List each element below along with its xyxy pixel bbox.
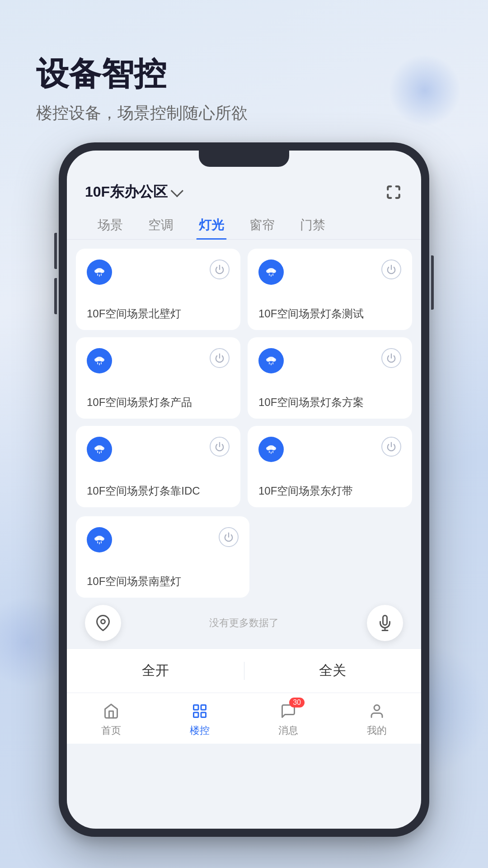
device-grid: 10F空间场景北壁灯 [67, 240, 421, 516]
device-name: 10F空间场景北壁灯 [87, 306, 230, 321]
nav-label-message: 消息 [278, 724, 298, 737]
svg-point-8 [266, 269, 271, 273]
svg-point-2 [100, 269, 104, 273]
svg-rect-40 [272, 451, 273, 453]
all-on-button[interactable]: 全开 [67, 649, 244, 693]
device-name: 10F空间场景灯条靠IDC [87, 483, 230, 499]
bottom-nav: 首页 楼控 [67, 693, 421, 744]
svg-rect-26 [272, 362, 273, 364]
home-icon [101, 701, 121, 721]
device-card[interactable]: 10F空间场景南壁灯 [76, 516, 249, 598]
device-card[interactable]: 10F空间场景灯条方案 [248, 337, 412, 419]
app-content: 10F东办公区 场景 空调 [67, 151, 421, 829]
tab-scene[interactable]: 场景 [85, 211, 136, 239]
device-card[interactable]: 10F空间场景灯条靠IDC [76, 426, 240, 507]
page-subtitle: 楼控设备，场景控制随心所欲 [36, 102, 452, 124]
device-icon [258, 259, 284, 285]
fullscreen-button[interactable] [384, 183, 403, 202]
svg-rect-54 [201, 712, 206, 717]
top-bar: 10F东办公区 [67, 173, 421, 207]
svg-point-9 [272, 269, 276, 273]
svg-rect-24 [269, 362, 270, 364]
svg-point-36 [266, 447, 271, 450]
device-icon [87, 437, 112, 462]
tab-ac[interactable]: 空调 [136, 211, 186, 239]
location-float-button[interactable] [85, 605, 121, 641]
svg-point-23 [272, 358, 276, 362]
device-card[interactable]: 10F空间场景灯条测试 [248, 249, 412, 330]
nav-label-building: 楼控 [190, 724, 210, 737]
svg-point-44 [100, 537, 104, 541]
voice-float-button[interactable] [367, 605, 403, 641]
svg-rect-45 [97, 541, 98, 543]
svg-rect-5 [101, 274, 102, 276]
device-name: 10F空间场景灯条测试 [258, 306, 401, 321]
person-icon [367, 701, 387, 721]
device-card[interactable]: 10F空间场景灯条产品 [76, 337, 240, 419]
svg-rect-53 [201, 705, 206, 710]
svg-point-29 [94, 447, 99, 450]
nav-label-profile: 我的 [367, 724, 387, 737]
power-button[interactable] [219, 527, 239, 547]
device-card[interactable]: 10F空间场景东灯带 [248, 426, 412, 507]
device-icon [258, 348, 284, 373]
location-text: 10F东办公区 [85, 182, 168, 202]
svg-rect-33 [101, 451, 102, 453]
svg-point-16 [100, 358, 104, 362]
device-card[interactable]: 10F空间场景北壁灯 [76, 249, 240, 330]
svg-point-15 [94, 358, 99, 362]
svg-rect-19 [101, 362, 102, 364]
nav-item-profile[interactable]: 我的 [333, 693, 421, 744]
all-control-bar: 全开 全关 [67, 648, 421, 693]
device-icon [258, 437, 284, 462]
all-off-button[interactable]: 全关 [244, 649, 422, 693]
svg-rect-4 [99, 274, 100, 277]
device-icon [87, 348, 112, 373]
svg-rect-31 [97, 451, 98, 453]
device-icon [87, 527, 112, 552]
svg-rect-39 [271, 452, 272, 454]
power-button[interactable] [381, 259, 401, 279]
device-name: 10F空间场景灯条方案 [258, 395, 401, 410]
device-icon [87, 259, 112, 285]
svg-rect-55 [194, 712, 199, 717]
svg-rect-25 [271, 363, 272, 365]
svg-point-30 [100, 447, 104, 450]
nav-item-message[interactable]: 30 消息 [244, 693, 333, 744]
svg-point-49 [101, 620, 105, 624]
tab-light[interactable]: 灯光 [186, 211, 237, 239]
tab-curtain[interactable]: 窗帘 [237, 211, 287, 239]
device-name: 10F空间场景东灯带 [258, 483, 401, 499]
svg-point-37 [272, 447, 276, 450]
tab-bar: 场景 空调 灯光 窗帘 门禁 [67, 207, 421, 240]
svg-point-1 [94, 269, 99, 273]
svg-rect-46 [99, 542, 100, 544]
svg-rect-47 [101, 541, 102, 543]
svg-rect-38 [269, 451, 270, 453]
svg-rect-12 [272, 274, 273, 276]
nav-label-home: 首页 [101, 724, 121, 737]
svg-rect-18 [99, 363, 100, 365]
building-icon [190, 701, 210, 721]
float-buttons: 没有更多数据了 [67, 605, 421, 648]
device-name: 10F空间场景南壁灯 [87, 574, 239, 589]
nav-item-building[interactable]: 楼控 [155, 693, 244, 744]
svg-point-22 [266, 358, 271, 362]
device-name: 10F空间场景灯条产品 [87, 395, 230, 410]
svg-rect-17 [97, 362, 98, 364]
svg-point-56 [374, 705, 380, 711]
tab-access[interactable]: 门禁 [287, 211, 338, 239]
power-button[interactable] [381, 437, 401, 457]
power-button[interactable] [210, 348, 230, 368]
power-button[interactable] [381, 348, 401, 368]
power-button[interactable] [210, 259, 230, 279]
svg-rect-11 [271, 274, 272, 277]
nav-item-home[interactable]: 首页 [67, 693, 155, 744]
svg-rect-3 [97, 274, 98, 276]
svg-rect-10 [269, 274, 270, 276]
phone-mockup: 10F东办公区 场景 空调 [0, 142, 488, 837]
svg-point-43 [94, 537, 99, 541]
power-button[interactable] [210, 437, 230, 457]
svg-rect-52 [194, 705, 199, 710]
location-selector[interactable]: 10F东办公区 [85, 182, 180, 202]
